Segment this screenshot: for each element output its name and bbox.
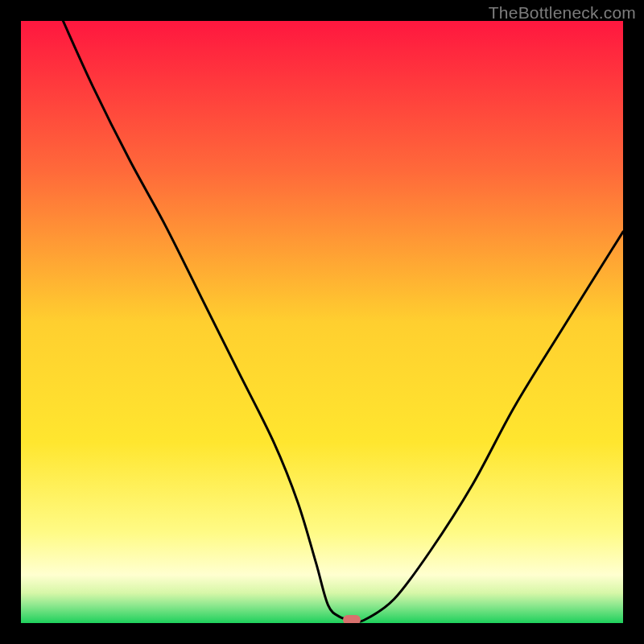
optimal-marker — [343, 615, 361, 623]
chart-frame: TheBottleneck.com — [0, 0, 644, 644]
watermark-text: TheBottleneck.com — [489, 3, 636, 23]
background-gradient — [21, 21, 623, 623]
plot-area — [21, 21, 623, 623]
